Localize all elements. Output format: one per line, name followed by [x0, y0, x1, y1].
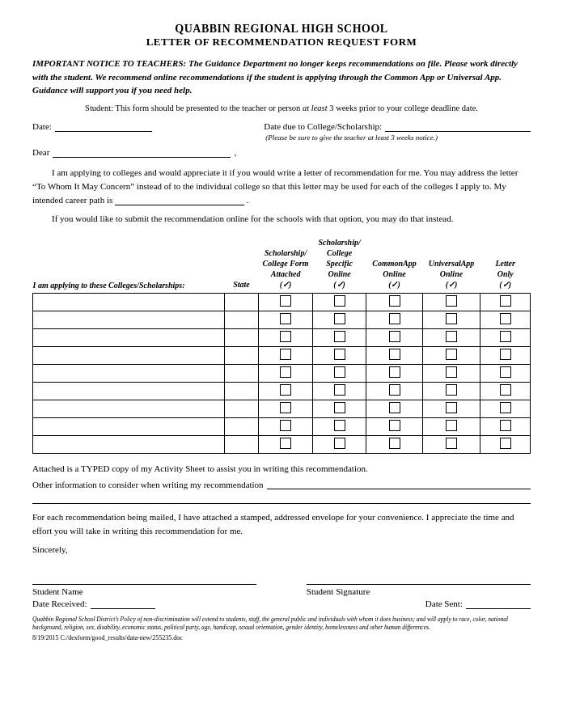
state-cell-1[interactable] — [224, 293, 259, 311]
college-cell-1[interactable] — [33, 293, 225, 311]
scholarship-attached-checkbox-7[interactable] — [259, 400, 313, 417]
letter-only-box-1 — [500, 295, 511, 307]
student-note: Student: This form should be presented t… — [32, 104, 531, 112]
date-due-row: Date due to College/Scholarship: — [264, 121, 531, 132]
commonapp-checkbox-8[interactable] — [366, 417, 422, 435]
commonapp-box-3 — [389, 331, 400, 342]
college-cell-3[interactable] — [33, 328, 225, 346]
other-info-field[interactable] — [267, 478, 531, 489]
college-specific-checkbox-2[interactable] — [312, 311, 366, 328]
student-name-label: Student Name — [32, 586, 256, 596]
important-notice: IMPORTANT NOTICE TO TEACHERS: The Guidan… — [32, 57, 531, 97]
other-info-field-2[interactable] — [32, 493, 531, 504]
date-note: (Please be sure to give the teacher at l… — [265, 133, 438, 142]
commonapp-checkbox-7[interactable] — [366, 400, 422, 417]
paragraph-2: If you would like to submit the recommen… — [32, 212, 531, 226]
universalapp-checkbox-6[interactable] — [422, 382, 480, 400]
universalapp-checkbox-5[interactable] — [422, 364, 480, 382]
letter-only-checkbox-1[interactable] — [480, 293, 531, 311]
college-specific-checkbox-4[interactable] — [312, 346, 366, 364]
date-received-field[interactable] — [91, 598, 155, 609]
universalapp-checkbox-1[interactable] — [422, 293, 480, 311]
universalapp-checkbox-8[interactable] — [422, 417, 480, 435]
student-name-line[interactable] — [32, 572, 256, 585]
letter-only-checkbox-8[interactable] — [480, 417, 531, 435]
college-specific-checkbox-8[interactable] — [312, 417, 366, 435]
commonapp-checkbox-4[interactable] — [366, 346, 422, 364]
scholarship-attached-checkbox-2[interactable] — [259, 311, 313, 328]
college-specific-box-3 — [334, 331, 345, 342]
scholarship-attached-checkbox-4[interactable] — [259, 346, 313, 364]
college-specific-checkbox-5[interactable] — [312, 364, 366, 382]
college-specific-box-8 — [334, 420, 345, 431]
career-path-field[interactable] — [115, 196, 244, 205]
col-header-letter-only: Letter Only (✓) — [480, 235, 531, 294]
state-cell-5[interactable] — [224, 364, 259, 382]
commonapp-checkbox-5[interactable] — [366, 364, 422, 382]
commonapp-checkbox-3[interactable] — [366, 328, 422, 346]
commonapp-checkbox-1[interactable] — [366, 293, 422, 311]
college-specific-box-5 — [334, 366, 345, 378]
college-cell-7[interactable] — [33, 400, 225, 417]
college-cell-8[interactable] — [33, 417, 225, 435]
date-due-field[interactable] — [385, 121, 531, 132]
universalapp-checkbox-9[interactable] — [422, 435, 480, 453]
date-sent-field[interactable] — [466, 598, 531, 609]
college-cell-4[interactable] — [33, 346, 225, 364]
letter-only-checkbox-6[interactable] — [480, 382, 531, 400]
state-cell-9[interactable] — [224, 435, 259, 453]
letter-only-checkbox-3[interactable] — [480, 328, 531, 346]
table-row — [33, 346, 531, 364]
date-field[interactable] — [55, 121, 152, 132]
scholarship-attached-box-6 — [280, 384, 291, 396]
signature-row: Student Name Student Signature — [32, 572, 531, 596]
col-header-scholarship-attached: Scholarship/ College Form Attached (✓) — [259, 235, 313, 294]
commonapp-checkbox-6[interactable] — [366, 382, 422, 400]
date-label: Date: — [32, 121, 52, 131]
college-cell-9[interactable] — [33, 435, 225, 453]
scholarship-attached-checkbox-3[interactable] — [259, 328, 313, 346]
state-cell-4[interactable] — [224, 346, 259, 364]
date-received-label: Date Received: — [32, 599, 87, 608]
college-cell-2[interactable] — [33, 311, 225, 328]
letter-only-box-9 — [500, 438, 511, 449]
state-cell-6[interactable] — [224, 382, 259, 400]
college-specific-box-7 — [334, 402, 345, 413]
state-cell-2[interactable] — [224, 311, 259, 328]
state-cell-7[interactable] — [224, 400, 259, 417]
dear-field[interactable] — [53, 146, 231, 158]
letter-only-checkbox-7[interactable] — [480, 400, 531, 417]
commonapp-checkbox-2[interactable] — [366, 311, 422, 328]
scholarship-attached-checkbox-1[interactable] — [259, 293, 313, 311]
commonapp-box-4 — [389, 349, 400, 360]
sincerely: Sincerely, — [32, 544, 531, 554]
state-cell-8[interactable] — [224, 417, 259, 435]
scholarship-attached-checkbox-5[interactable] — [259, 364, 313, 382]
commonapp-checkbox-9[interactable] — [366, 435, 422, 453]
college-specific-checkbox-7[interactable] — [312, 400, 366, 417]
universalapp-checkbox-4[interactable] — [422, 346, 480, 364]
college-specific-checkbox-1[interactable] — [312, 293, 366, 311]
universalapp-box-2 — [446, 313, 457, 324]
date-sent-block: Date Sent: — [425, 598, 531, 609]
paragraph-1: I am applying to colleges and would appr… — [32, 166, 531, 207]
college-specific-checkbox-3[interactable] — [312, 328, 366, 346]
table-row — [33, 311, 531, 328]
college-cell-6[interactable] — [33, 382, 225, 400]
universalapp-checkbox-2[interactable] — [422, 311, 480, 328]
universalapp-checkbox-7[interactable] — [422, 400, 480, 417]
letter-only-checkbox-4[interactable] — [480, 346, 531, 364]
scholarship-attached-checkbox-9[interactable] — [259, 435, 313, 453]
letter-only-checkbox-2[interactable] — [480, 311, 531, 328]
letter-only-checkbox-5[interactable] — [480, 364, 531, 382]
universalapp-checkbox-3[interactable] — [422, 328, 480, 346]
universalapp-box-5 — [446, 366, 457, 378]
college-specific-checkbox-9[interactable] — [312, 435, 366, 453]
scholarship-attached-checkbox-8[interactable] — [259, 417, 313, 435]
college-cell-5[interactable] — [33, 364, 225, 382]
letter-only-checkbox-9[interactable] — [480, 435, 531, 453]
scholarship-attached-checkbox-6[interactable] — [259, 382, 313, 400]
college-specific-checkbox-6[interactable] — [312, 382, 366, 400]
student-sig-line[interactable] — [307, 572, 531, 585]
state-cell-3[interactable] — [224, 328, 259, 346]
